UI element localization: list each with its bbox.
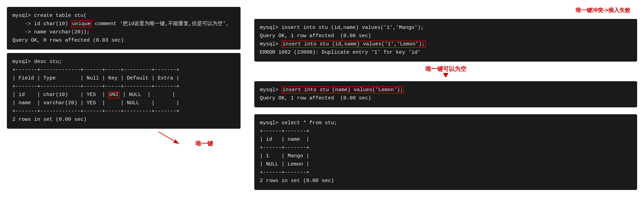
null-annotation-label: 唯一键可以为空 [425,65,466,73]
select-line-7: +------+-------+ [260,169,632,177]
conflict-line-1: mysql> insert into stu (id,name) values(… [260,24,632,32]
conflict-line-4: mysql> insert into stu (id,name) values(… [260,40,632,49]
create-table-block: mysql> create table stu( -> id char(10) … [7,7,241,50]
select-line-4: +------+-------+ [260,144,632,152]
conflict-annotation-label: 唯一键冲突->插入失败 [254,7,637,14]
create-line-2: -> id char(10) unique comment '把id设置为唯一键… [12,20,235,28]
null-annotation-arrow-svg [443,73,448,78]
create-line-4: Query OK, 0 rows affected (0.03 sec) [12,36,235,45]
desc-line-7: +-------+-------------+------+-----+----… [12,107,235,116]
null-block: mysql> insert into stu (name) values('Le… [254,81,637,107]
unique-key-annotation-area: 唯一键 [7,130,241,148]
create-line-3: -> name varchar(20)); [12,28,235,36]
null-line-2: Query OK, 1 row affected (0.00 sec) [260,94,632,103]
select-line-3: | id | name | [260,136,632,144]
conflict-line-2: Query OK, 1 row affected (0.00 sec) [260,32,632,40]
left-column: mysql> create table stu( -> id char(10) … [7,7,241,148]
conflict-block: mysql> insert into stu (id,name) values(… [254,19,637,62]
svg-line-0 [158,132,179,144]
conflict-line-5: ERROR 1062 (23000): Duplicate entry '1' … [260,49,632,57]
unique-key-arrow-svg [152,130,193,147]
page-layout: mysql> create table stu( -> id char(10) … [7,7,637,190]
desc-annotation-wrapper: mysql> desc stu;+-------+-------------+-… [7,53,241,148]
uni-keyword-box: UNI [108,91,120,98]
unique-keyword-box: unique [71,20,92,28]
desc-line-6: | name | varchar(20) | YES | | NULL | | [12,99,235,107]
select-line-6: | NULL | Lemon | [260,160,632,169]
select-line-5: | 1 | Mango | [260,152,632,160]
select-line-1: mysql> select * from stu; [260,119,632,127]
select-line-2: +------+-------+ [260,127,632,136]
desc-line-1: mysql> desc stu; [12,58,235,66]
null-annotation-area: 唯一键可以为空 [254,65,637,78]
select-line-8: 2 rows in set (0.00 sec) [260,177,632,185]
select-block: mysql> select * from stu;+------+-------… [254,114,637,190]
conflict-highlighted-line: insert into stu (id,name) values('1','Le… [281,41,426,48]
desc-line-4: +-------+-------------+------+-----+----… [12,83,235,91]
svg-marker-2 [443,73,448,78]
null-highlighted-line: insert into stu (name) values('Lemon'); [281,86,404,94]
desc-line-8: 2 rows in set (0.00 sec) [12,116,235,124]
desc-line-3: | Field | Type | Null | Key | Default | … [12,74,235,83]
desc-line-5: | id | char(10) | YES | UNI | NULL | | [12,91,235,99]
unique-key-label: 唯一键 [196,140,213,148]
create-line-1: mysql> create table stu( [12,12,235,20]
desc-block: mysql> desc stu;+-------+-------------+-… [7,53,241,129]
desc-line-2: +-------+-------------+------+-----+----… [12,66,235,74]
right-column: 唯一键冲突->插入失败 mysql> insert into stu (id,n… [254,7,637,190]
null-line-1: mysql> insert into stu (name) values('Le… [260,86,632,94]
